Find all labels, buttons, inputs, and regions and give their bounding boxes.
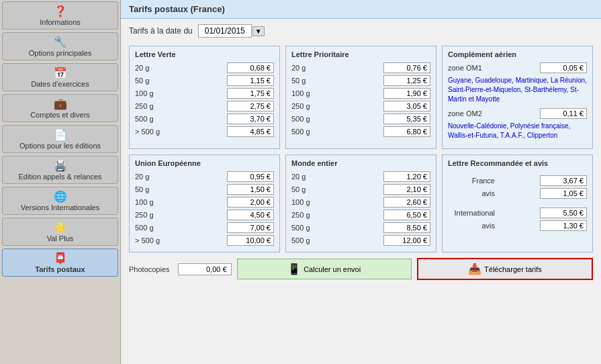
sidebar-item-val-plus[interactable]: ⭐ Val Plus: [2, 218, 118, 246]
tariff-row: 20 g: [291, 62, 430, 73]
calculer-label: Calculer un envoi: [304, 265, 361, 273]
tariff-row: 50 g: [135, 75, 274, 86]
tariff-row: 250 g: [291, 210, 430, 220]
weight-label: 100 g: [135, 89, 162, 97]
tariff-value[interactable]: [383, 62, 430, 73]
international-value[interactable]: [540, 208, 587, 218]
avis2-label: avis: [448, 222, 495, 230]
tariff-row: > 500 g: [135, 126, 274, 137]
weight-label: 500 g: [291, 224, 318, 232]
tariff-value[interactable]: [227, 222, 274, 233]
weight-label: 50 g: [291, 77, 318, 85]
tariff-row: 500 g: [291, 113, 430, 124]
zone-om2-value[interactable]: [540, 108, 587, 119]
weight-label: > 500 g: [135, 236, 162, 244]
zone-om1-label: zone OM1: [448, 64, 482, 72]
options-editions-icon: 📄: [54, 128, 67, 141]
sidebar-item-versions-internationales[interactable]: 🌐 Versions Internationales: [2, 187, 118, 215]
weight-label: 50 g: [135, 77, 162, 85]
tariff-row: 500 g: [291, 126, 430, 137]
tariff-value[interactable]: [383, 101, 430, 111]
tariff-value[interactable]: [227, 235, 274, 246]
tariff-value[interactable]: [383, 235, 430, 246]
lettre-prioritaire-section: Lettre Prioritaire 20 g 50 g 100 g 250 g: [285, 46, 436, 149]
date-label: Tarifs à la date du: [129, 26, 193, 36]
tariff-row: 500 g: [291, 235, 430, 246]
calculer-button[interactable]: 📱 Calculer un envoi: [237, 259, 412, 279]
tariff-row: 500 g: [291, 222, 430, 233]
tariff-value[interactable]: [227, 171, 274, 182]
tariff-row: 50 g: [291, 184, 430, 195]
avis2-value[interactable]: [540, 220, 587, 231]
date-picker-button[interactable]: ▼: [252, 26, 265, 36]
telecharger-label: Télécharger tarifs: [484, 265, 542, 273]
dates-exercices-icon: 📅: [54, 66, 67, 79]
tariff-value[interactable]: [383, 197, 430, 208]
photocopies-input[interactable]: [178, 263, 232, 275]
sidebar-item-label: Versions Internationales: [21, 203, 99, 212]
tariff-row: 100 g: [291, 197, 430, 208]
weight-label: 250 g: [135, 211, 162, 219]
weight-label: 20 g: [291, 64, 318, 72]
sidebar-item-tarifs-postaux[interactable]: 📮 Tarifs postaux: [2, 248, 118, 277]
avis1-value[interactable]: [540, 188, 587, 199]
tariff-value[interactable]: [383, 126, 430, 137]
sidebar-item-comptes-divers[interactable]: 💼 Comptes et divers: [2, 94, 118, 122]
tarifs-icon: 📮: [54, 252, 67, 265]
tariff-row: 500 g: [135, 222, 274, 233]
sidebar-item-label: Edition appels & relances: [18, 173, 101, 181]
tariff-value[interactable]: [227, 101, 274, 111]
union-europeenne-section: Union Européenne 20 g 50 g 100 g 250 g: [129, 154, 280, 253]
zone-om2-desc: Nouvelle-Calédonie, Polynésie française,…: [448, 122, 587, 140]
comptes-divers-icon: 💼: [54, 97, 67, 110]
tariff-value[interactable]: [383, 210, 430, 220]
weight-label: 100 g: [291, 198, 318, 206]
tariff-value[interactable]: [383, 75, 430, 86]
weight-label: 100 g: [291, 89, 318, 97]
zone-om1-row: zone OM1: [448, 62, 587, 73]
tariff-value[interactable]: [383, 184, 430, 195]
tariff-row: 20 g: [291, 171, 430, 182]
weight-label: 50 g: [291, 185, 318, 193]
weight-label: 250 g: [291, 102, 318, 110]
lettre-prioritaire-title: Lettre Prioritaire: [291, 50, 430, 58]
tariff-value[interactable]: [227, 75, 274, 86]
france-value[interactable]: [540, 175, 587, 186]
monde-entier-title: Monde entier: [291, 159, 430, 167]
lettre-verte-section: Lettre Verte 20 g 50 g 100 g 250 g: [129, 46, 280, 149]
telecharger-button[interactable]: 📥 Télécharger tarifs: [417, 258, 593, 280]
lettre-recommandee-title: Lettre Recommandée et avis: [448, 159, 587, 167]
tariff-value[interactable]: [383, 222, 430, 233]
tariff-value[interactable]: [383, 171, 430, 182]
sidebar-item-edition-appels[interactable]: 🖨️ Edition appels & relances: [2, 156, 118, 184]
avis1-row: avis: [448, 188, 587, 199]
top-tariff-grid: Lettre Verte 20 g 50 g 100 g 250 g: [129, 46, 593, 149]
date-input[interactable]: [198, 24, 252, 38]
tariff-value[interactable]: [227, 113, 274, 124]
tariff-row: 250 g: [291, 101, 430, 111]
zone-om1-value[interactable]: [540, 62, 587, 73]
sidebar-item-informations[interactable]: ❓ Informations: [2, 1, 118, 30]
tariff-value[interactable]: [227, 88, 274, 99]
weight-label: 500 g: [135, 224, 162, 232]
zone-om2-row: zone OM2: [448, 108, 587, 119]
calculer-icon: 📱: [287, 263, 301, 275]
sidebar-item-dates-exercices[interactable]: 📅 Dates d'exercices: [2, 63, 118, 91]
tariff-value[interactable]: [383, 113, 430, 124]
telecharger-icon: 📥: [468, 263, 481, 275]
avis2-row: avis: [448, 220, 587, 231]
tariff-value[interactable]: [227, 184, 274, 195]
sidebar-item-label: Informations: [40, 18, 81, 26]
bottom-action-row: Photocopies 📱 Calculer un envoi 📥 Téléch…: [129, 258, 593, 280]
tariff-value[interactable]: [227, 126, 274, 137]
tariff-value[interactable]: [383, 88, 430, 99]
sidebar-item-options-principales[interactable]: 🔧 Options principales: [2, 32, 118, 60]
union-europeenne-title: Union Européenne: [135, 159, 274, 167]
tariff-value[interactable]: [227, 62, 274, 73]
weight-label: 500 g: [135, 115, 162, 123]
tariff-value[interactable]: [227, 197, 274, 208]
content-area: Tarifs à la date du ▼ Lettre Verte 20 g …: [121, 19, 601, 364]
sidebar-item-options-editions[interactable]: 📄 Options pour les éditions: [2, 125, 118, 153]
tariff-value[interactable]: [227, 210, 274, 220]
france-label: France: [448, 177, 495, 185]
